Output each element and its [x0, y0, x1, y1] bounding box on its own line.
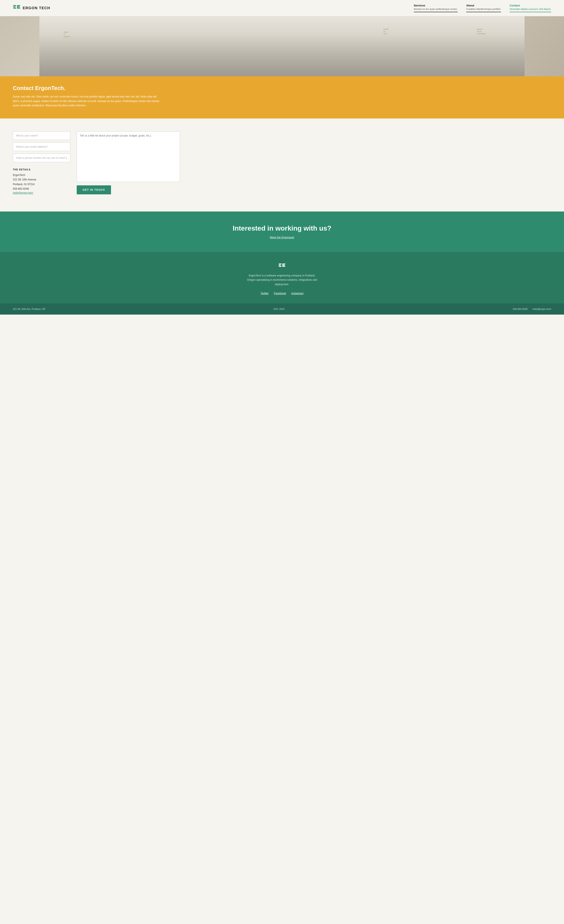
footer-top: ErgonTech is a software engineering comp…	[0, 252, 564, 303]
name-input[interactable]	[13, 131, 70, 140]
office-scene: KEEPITSIMPLE WORKTOLIVE NEVERSTOPLEARNIN…	[39, 16, 525, 76]
message-textarea[interactable]	[77, 131, 180, 182]
email-input[interactable]	[13, 142, 70, 151]
form-left: THE DETAILS ErgonTech 222 SE 10th Avenue…	[13, 131, 70, 194]
nav-about-desc: Curabitur blandit tempus porttitor.	[466, 8, 501, 11]
svg-rect-9	[279, 266, 282, 267]
details-company: ErgonTech	[13, 173, 70, 178]
details-address2: Portland, Or 97214	[13, 182, 70, 187]
nav-services-underline	[414, 12, 458, 12]
footer-phone: 503-662-8248	[513, 308, 528, 310]
svg-rect-13	[283, 266, 285, 267]
nav-contact-desc: Venenatis dapibus posuere velit aliquet.	[510, 8, 551, 11]
footer-socials: Twitter Facebook Instagram	[13, 292, 551, 295]
details-address1: 222 SE 10th Avenue	[13, 177, 70, 182]
social-facebook[interactable]: Facebook	[274, 292, 286, 295]
phone-input[interactable]	[13, 154, 70, 162]
brand-name: ERGON TECH	[23, 6, 50, 10]
nav-services-label: Services	[414, 4, 458, 7]
svg-rect-1	[13, 6, 15, 7]
nav-services-desc: Aenean eu leo quam pellentesque ornare.	[414, 8, 458, 11]
nav-links: Services Aenean eu leo quam pellentesque…	[414, 4, 551, 12]
svg-rect-10	[282, 264, 283, 267]
footer-bottom-right: 503-662-8248 hello@ergon.tech	[513, 308, 551, 310]
form-right: GET IN TOUCH	[77, 131, 180, 194]
hero-image: KEEPITSIMPLE WORKTOLIVE NEVERSTOPLEARNIN…	[0, 16, 564, 76]
nav-item-services[interactable]: Services Aenean eu leo quam pellentesque…	[414, 4, 458, 12]
wall-text-right1: WORKTOLIVE	[383, 28, 389, 35]
people-silhouettes	[39, 34, 525, 76]
contact-grid: THE DETAILS ErgonTech 222 SE 10th Avenue…	[13, 131, 180, 194]
cta-link[interactable]: Meet the Ergonauts	[270, 236, 294, 239]
nav-item-about[interactable]: About Curabitur blandit tempus porttitor…	[466, 4, 501, 12]
svg-rect-4	[18, 5, 20, 6]
wall-text-right2: NEVERSTOPLEARNING	[477, 28, 486, 35]
footer-bottom: 222 SE 10th Ave, Portland, OR EST: 2015 …	[0, 303, 564, 315]
svg-rect-6	[18, 8, 20, 9]
svg-rect-12	[283, 265, 285, 266]
submit-button[interactable]: GET IN TOUCH	[77, 185, 111, 194]
svg-rect-0	[13, 5, 16, 6]
navbar: ERGON TECH Services Aenean eu leo quam p…	[0, 0, 564, 16]
details-section: THE DETAILS ErgonTech 222 SE 10th Avenue…	[13, 168, 70, 194]
details-email[interactable]: hello@ergon.tech	[13, 191, 70, 194]
nav-contact-label: Contact	[510, 4, 551, 7]
svg-rect-2	[13, 8, 16, 9]
social-instagram[interactable]: Instagram	[291, 292, 304, 295]
footer-address: 222 SE 10th Ave, Portland, OR	[13, 308, 45, 310]
nav-about-label: About	[466, 4, 501, 7]
details-title: THE DETAILS	[13, 168, 70, 171]
footer-email: hello@ergon.tech	[533, 308, 551, 310]
social-twitter[interactable]: Twitter	[260, 292, 268, 295]
svg-rect-3	[17, 5, 18, 9]
footer-description: ErgonTech is a software engineering comp…	[246, 273, 318, 286]
logo[interactable]: ERGON TECH	[13, 4, 50, 12]
svg-rect-11	[283, 264, 285, 264]
svg-rect-8	[279, 265, 281, 266]
details-phone: 503-662-8248	[13, 187, 70, 191]
svg-rect-5	[18, 6, 20, 7]
contact-section: THE DETAILS ErgonTech 222 SE 10th Avenue…	[0, 118, 564, 212]
cta-title: Interested in working with us?	[13, 224, 551, 232]
footer-est: EST: 2015	[274, 308, 285, 310]
logo-icon	[13, 4, 21, 12]
gold-section: Contact ErgonTech. Donec sed odio dui. D…	[0, 76, 564, 118]
footer-logo	[13, 263, 551, 270]
svg-rect-7	[279, 264, 282, 264]
hero-section: KEEPITSIMPLE WORKTOLIVE NEVERSTOPLEARNIN…	[0, 16, 564, 76]
nav-about-underline	[466, 12, 501, 12]
gold-body: Donec sed odio dui. Duis mollis, est non…	[13, 94, 163, 108]
gold-title: Contact ErgonTech.	[13, 85, 551, 92]
nav-item-contact[interactable]: Contact Venenatis dapibus posuere velit …	[510, 4, 551, 12]
cta-section: Interested in working with us? Meet the …	[0, 212, 564, 252]
footer-logo-icon	[278, 263, 286, 270]
nav-contact-underline	[510, 12, 551, 12]
